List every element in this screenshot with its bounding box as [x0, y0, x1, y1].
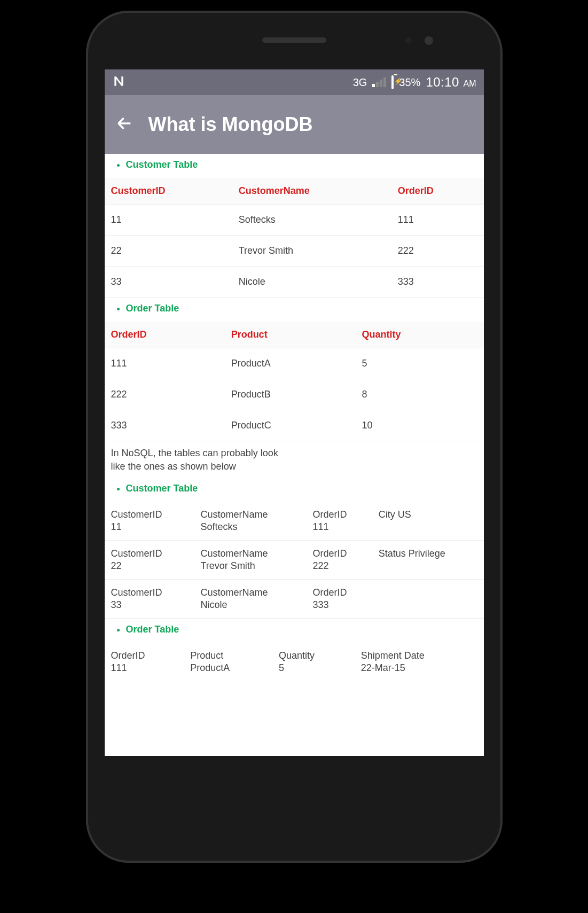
- kv-value: 111: [105, 662, 184, 681]
- clock-ampm: AM: [464, 79, 476, 88]
- kv-label: CustomerID: [105, 580, 194, 600]
- extra-column: [372, 580, 484, 619]
- customer-table-nosql: CustomerIDCustomerNameOrderIDCity US11So…: [105, 502, 484, 619]
- kv-label: OrderID: [307, 502, 372, 521]
- table-row: 111ProductA522-Mar-15: [105, 662, 484, 681]
- signal-icon: [372, 77, 386, 87]
- col-customer-name: CustomerName: [232, 178, 391, 205]
- table-cell: 222: [105, 379, 225, 410]
- table-cell: 111: [105, 348, 225, 379]
- table-cell: Nicole: [232, 267, 391, 298]
- table-cell: 333: [105, 410, 225, 441]
- content-area[interactable]: Customer Table CustomerID CustomerName O…: [105, 156, 484, 756]
- kv-value: 22: [105, 560, 194, 580]
- table-cell: 8: [356, 379, 484, 410]
- kv-label: Shipment Date: [355, 643, 484, 662]
- battery-percent: 35%: [399, 76, 420, 89]
- table-row: CustomerIDCustomerNameOrderIDStatus Priv…: [105, 541, 484, 561]
- table-row: 11Softecks111: [105, 205, 484, 236]
- col-quantity: Quantity: [356, 322, 484, 348]
- customer-table: CustomerID CustomerName OrderID 11Softec…: [105, 178, 484, 298]
- back-button[interactable]: [115, 114, 134, 135]
- section-heading-order-table-nosql: Order Table: [126, 621, 484, 638]
- order-table: OrderID Product Quantity 111ProductA5222…: [105, 322, 484, 441]
- nosql-note: In NoSQL, the tables can probably look l…: [105, 441, 286, 478]
- table-cell: 222: [391, 236, 484, 267]
- kv-label: OrderID: [307, 580, 372, 600]
- extra-column: Status Privilege: [372, 541, 484, 580]
- kv-value: 11: [105, 521, 194, 541]
- section-heading-customer-table-nosql: Customer Table: [126, 480, 484, 497]
- table-row: 111ProductA5: [105, 348, 484, 379]
- col-product: Product: [225, 322, 356, 348]
- table-cell: 333: [391, 267, 484, 298]
- table-cell: ProductA: [225, 348, 356, 379]
- kv-label: CustomerName: [194, 580, 307, 600]
- table-row: CustomerIDCustomerNameOrderID: [105, 580, 484, 600]
- col-order-id: OrderID: [105, 322, 225, 348]
- kv-value: ProductA: [184, 662, 272, 681]
- kv-value: 111: [307, 521, 372, 541]
- table-cell: ProductC: [225, 410, 356, 441]
- table-cell: 11: [105, 205, 232, 236]
- network-type: 3G: [353, 76, 367, 89]
- order-table-nosql: OrderIDProductQuantityShipment Date111Pr…: [105, 643, 484, 681]
- table-cell: 111: [391, 205, 484, 236]
- kv-label: Quantity: [272, 643, 355, 662]
- kv-value: Softecks: [194, 521, 307, 541]
- table-cell: Softecks: [232, 205, 391, 236]
- col-customer-id: CustomerID: [105, 178, 232, 205]
- table-row: CustomerIDCustomerNameOrderIDCity US: [105, 502, 484, 521]
- app-bar: What is MongoDB: [105, 95, 484, 154]
- table-row: 222ProductB8: [105, 379, 484, 410]
- table-cell: 22: [105, 236, 232, 267]
- kv-value: 333: [307, 599, 372, 619]
- kv-value: 5: [272, 662, 355, 681]
- battery-icon: ⚡: [391, 76, 394, 89]
- table-cell: ProductB: [225, 379, 356, 410]
- phone-screen: 3G ⚡ 35% 10:10 AM What is MongoDB Custom: [105, 69, 484, 756]
- table-row: OrderIDProductQuantityShipment Date: [105, 643, 484, 662]
- kv-value: 33: [105, 599, 194, 619]
- section-heading-order-table: Order Table: [126, 300, 484, 317]
- table-cell: 10: [356, 410, 484, 441]
- table-row: 333ProductC10: [105, 410, 484, 441]
- clock-time: 10:10: [426, 75, 459, 89]
- kv-label: OrderID: [307, 541, 372, 561]
- col-order-id: OrderID: [391, 178, 484, 205]
- kv-value: 22-Mar-15: [355, 662, 484, 681]
- kv-value: Nicole: [194, 599, 307, 619]
- kv-value: 222: [307, 560, 372, 580]
- kv-label: CustomerID: [105, 541, 194, 561]
- table-cell: 33: [105, 267, 232, 298]
- kv-label: CustomerID: [105, 502, 194, 521]
- kv-label: CustomerName: [194, 502, 307, 521]
- android-n-icon: [112, 74, 126, 91]
- kv-label: OrderID: [105, 643, 184, 662]
- section-heading-customer-table: Customer Table: [126, 156, 484, 174]
- kv-value: Trevor Smith: [194, 560, 307, 580]
- kv-label: Product: [184, 643, 272, 662]
- status-bar: 3G ⚡ 35% 10:10 AM: [105, 69, 484, 95]
- kv-label: CustomerName: [194, 541, 307, 561]
- table-cell: 5: [356, 348, 484, 379]
- page-title: What is MongoDB: [148, 113, 313, 136]
- table-row: 33Nicole333: [105, 267, 484, 298]
- table-cell: Trevor Smith: [232, 236, 391, 267]
- table-row: 22Trevor Smith222: [105, 236, 484, 267]
- extra-column: City US: [372, 502, 484, 541]
